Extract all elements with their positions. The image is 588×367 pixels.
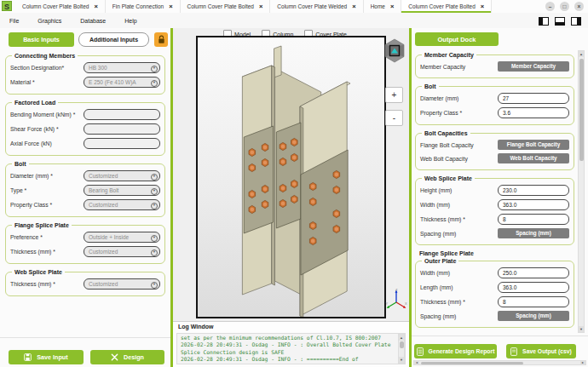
flange-thickness-combo[interactable]: Customized ▾ xyxy=(84,246,160,257)
log-scrollbar[interactable]: ▲ ▼ xyxy=(398,334,405,364)
group-title: Web Splice Plate xyxy=(422,175,475,181)
tab-close-icon[interactable]: × xyxy=(94,3,97,10)
axial-force-input[interactable] xyxy=(84,138,160,149)
additional-inputs-button[interactable]: Additional Inputs xyxy=(78,32,149,47)
main-area: Basic Inputs Additional Inputs Connectin… xyxy=(0,28,588,367)
outer-plate-thickness-output[interactable]: 8 xyxy=(498,296,569,307)
field-label: Preference * xyxy=(10,234,43,240)
field-label: Width (mm) xyxy=(420,270,450,276)
bolt-diameter-combo[interactable]: Customized ▾ xyxy=(84,170,160,181)
web-plate-thickness-output[interactable]: 8 xyxy=(498,214,569,225)
bending-moment-input[interactable] xyxy=(84,109,160,120)
group-flange-splice-plate: Flange Splice Plate Preference * Outside… xyxy=(5,222,165,264)
section-designation-combo[interactable]: HB 300 ▾ xyxy=(84,62,160,73)
scroll-right-icon[interactable]: ► xyxy=(580,361,585,364)
outer-plate-width-output[interactable]: 250.0 xyxy=(498,267,569,278)
form-row: Property Class * 3.6 xyxy=(420,107,569,118)
material-combo[interactable]: E 250 (Fe 410 W)A ▾ xyxy=(84,77,160,88)
tab-close-icon[interactable]: × xyxy=(481,3,484,10)
design-tools-icon xyxy=(111,353,118,361)
right-dock-toggle-icon[interactable] xyxy=(571,17,581,26)
generate-design-report-button[interactable]: Generate Design Report xyxy=(414,344,497,358)
scroll-left-icon[interactable]: ◄ xyxy=(414,361,419,364)
3d-model-canvas[interactable] xyxy=(196,36,386,318)
bolt-type-combo[interactable]: Bearing Bolt ▾ xyxy=(84,185,160,196)
field-label: Flange Bolt Capacity xyxy=(420,142,474,148)
field-value: 230.0 xyxy=(503,187,516,193)
web-bolt-capacity-button[interactable]: Web Bolt Capacity xyxy=(498,153,569,163)
tab-column-cover-plate-welded[interactable]: Column Cover Plate Welded × xyxy=(270,0,363,13)
tab-close-icon[interactable]: × xyxy=(352,3,355,10)
combo-arrow-icon: ▾ xyxy=(151,203,158,209)
tab-home[interactable]: Home × xyxy=(364,0,402,13)
axis-z-label: Z xyxy=(395,288,398,292)
output-h-scrollbar[interactable]: ◄ ► xyxy=(413,360,586,365)
web-plate-width-output[interactable]: 363.0 xyxy=(498,199,569,210)
flange-preference-combo[interactable]: Outside + Inside ▾ xyxy=(84,232,160,243)
scroll-down-icon[interactable]: ▼ xyxy=(399,357,404,363)
scroll-up-icon[interactable]: ▲ xyxy=(579,51,584,57)
tab-column-cover-plate-bolted-active[interactable]: Column Cover Plate Bolted × xyxy=(401,0,492,13)
basic-inputs-button[interactable]: Basic Inputs xyxy=(9,32,74,47)
web-plate-height-output[interactable]: 230.0 xyxy=(498,185,569,196)
zoom-in-button[interactable]: + xyxy=(385,87,403,103)
tab-close-icon[interactable]: × xyxy=(259,3,262,10)
tab-label: Fin Plate Connection xyxy=(112,3,164,9)
save-output-csv-button[interactable]: Save Output (csv) xyxy=(506,344,576,358)
tab-close-icon[interactable]: × xyxy=(169,3,172,10)
outer-spacing-button[interactable]: Spacing (mm) xyxy=(498,311,569,321)
flange-bolt-capacity-button[interactable]: Flange Bolt Capacity xyxy=(498,140,569,150)
left-flange-cover-plate xyxy=(244,126,273,233)
tab-fin-plate-connection[interactable]: Fin Plate Connection × xyxy=(106,0,181,13)
button-label: Generate Design Report xyxy=(429,348,495,354)
save-input-button[interactable]: Save Input xyxy=(9,350,84,364)
member-capacity-button[interactable]: Member Capacity xyxy=(498,61,569,72)
web-thickness-combo[interactable]: Customized ▾ xyxy=(84,278,160,290)
log-text-area[interactable]: set as per the minimum recommendations o… xyxy=(176,333,406,364)
menu-graphics[interactable]: Graphics xyxy=(28,18,71,24)
form-row: Member Capacity Member Capacity xyxy=(420,61,569,72)
shear-force-input[interactable] xyxy=(84,123,160,135)
field-value: Customized xyxy=(89,281,118,287)
button-label: Design xyxy=(124,353,144,361)
tab-column-cover-plate-bolted-2[interactable]: Column Cover Plate Bolted × xyxy=(181,0,271,13)
log-line: 2026-02-28 20:49:31 - Osdag - INFO - : =… xyxy=(181,356,393,363)
field-value: Bearing Bolt xyxy=(89,187,118,193)
bolt-diameter-output[interactable]: 27 xyxy=(498,93,569,104)
tab-close-icon[interactable]: × xyxy=(390,3,394,10)
output-scrollbar[interactable]: ▲ ▼ xyxy=(578,50,585,333)
menu-help[interactable]: Help xyxy=(115,18,146,24)
bottom-dock-toggle-icon[interactable] xyxy=(555,17,565,26)
view-cube-icon[interactable] xyxy=(383,38,406,64)
bolt-property-class-combo[interactable]: Customized ▾ xyxy=(84,199,160,210)
osdag-logo: S xyxy=(2,1,12,11)
bolt-property-class-output[interactable]: 3.6 xyxy=(498,107,569,118)
design-button[interactable]: Design xyxy=(90,350,164,364)
field-value: 8 xyxy=(503,216,506,222)
zoom-out-button[interactable]: - xyxy=(385,110,403,126)
combo-arrow-icon: ▾ xyxy=(151,282,158,289)
scroll-down-icon[interactable]: ▼ xyxy=(579,326,584,332)
form-row: Section Designation* HB 300 ▾ xyxy=(10,62,160,73)
tab-label: Column Cover Plate Bolted xyxy=(408,3,475,9)
left-dock-toggle-icon[interactable] xyxy=(539,17,549,26)
group-title: Member Capacity xyxy=(422,52,476,58)
maximize-button[interactable]: □ xyxy=(560,2,569,11)
scroll-thumb[interactable] xyxy=(579,59,584,161)
viewer-panel: Model Column Cover Plate xyxy=(173,28,409,367)
form-row: Property Class * Customized ▾ xyxy=(10,199,160,210)
field-value: 363.0 xyxy=(503,284,516,290)
menu-file[interactable]: File xyxy=(0,18,28,24)
tab-column-cover-plate-bolted-1[interactable]: Column Cover Plate Bolted × xyxy=(15,0,106,13)
outer-plate-length-output[interactable]: 363.0 xyxy=(498,282,569,293)
scroll-thumb[interactable] xyxy=(421,362,523,364)
web-spacing-button[interactable]: Spacing (mm) xyxy=(498,228,569,238)
lock-button[interactable] xyxy=(154,32,168,47)
scroll-thumb[interactable] xyxy=(400,341,404,348)
close-button[interactable]: × xyxy=(574,2,584,11)
column-splice-3d-model xyxy=(198,37,384,317)
minimize-button[interactable]: – xyxy=(545,2,555,11)
menu-database[interactable]: Database xyxy=(71,18,115,24)
output-dock-button[interactable]: Output Dock xyxy=(415,32,499,46)
scroll-up-icon[interactable]: ▲ xyxy=(399,335,404,341)
